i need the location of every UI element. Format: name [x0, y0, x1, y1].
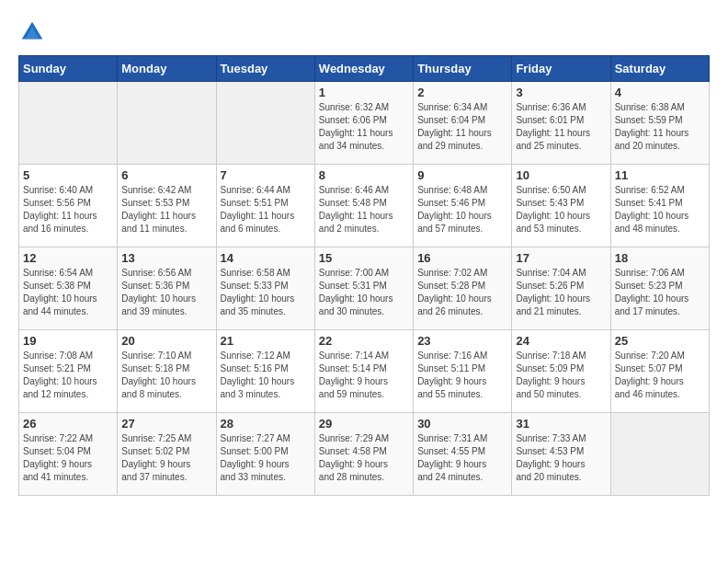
- day-cell: 24Sunrise: 7:18 AM Sunset: 5:09 PM Dayli…: [512, 330, 610, 413]
- day-info: Sunrise: 6:38 AM Sunset: 5:59 PM Dayligh…: [615, 101, 705, 153]
- day-cell: 10Sunrise: 6:50 AM Sunset: 5:43 PM Dayli…: [512, 165, 610, 247]
- day-number: 8: [319, 168, 409, 182]
- day-info: Sunrise: 7:27 AM Sunset: 5:00 PM Dayligh…: [221, 432, 311, 484]
- day-cell: 8Sunrise: 6:46 AM Sunset: 5:48 PM Daylig…: [314, 165, 413, 247]
- day-header-thursday: Thursday: [414, 56, 512, 82]
- day-number: 30: [417, 417, 507, 431]
- day-number: 18: [615, 251, 705, 265]
- day-info: Sunrise: 7:14 AM Sunset: 5:14 PM Dayligh…: [319, 350, 409, 401]
- day-cell: 28Sunrise: 7:27 AM Sunset: 5:00 PM Dayli…: [216, 413, 314, 496]
- day-cell: 30Sunrise: 7:31 AM Sunset: 4:55 PM Dayli…: [414, 413, 512, 496]
- day-number: 13: [121, 251, 211, 265]
- day-cell: 2Sunrise: 6:34 AM Sunset: 6:04 PM Daylig…: [414, 82, 512, 165]
- day-header-friday: Friday: [512, 56, 610, 82]
- day-info: Sunrise: 7:29 AM Sunset: 4:58 PM Dayligh…: [319, 432, 409, 484]
- day-info: Sunrise: 6:50 AM Sunset: 5:43 PM Dayligh…: [516, 184, 606, 236]
- day-number: 17: [516, 251, 606, 265]
- day-cell: 19Sunrise: 7:08 AM Sunset: 5:21 PM Dayli…: [19, 330, 118, 413]
- week-row-1: 1Sunrise: 6:32 AM Sunset: 6:06 PM Daylig…: [19, 82, 710, 165]
- day-header-wednesday: Wednesday: [314, 56, 413, 82]
- day-info: Sunrise: 7:06 AM Sunset: 5:23 PM Dayligh…: [615, 267, 705, 318]
- day-number: 10: [516, 168, 606, 182]
- day-info: Sunrise: 7:33 AM Sunset: 4:53 PM Dayligh…: [516, 432, 606, 484]
- day-number: 1: [319, 86, 409, 99]
- day-number: 19: [23, 334, 113, 348]
- day-number: 2: [417, 86, 507, 99]
- day-number: 14: [221, 251, 311, 265]
- day-cell: 29Sunrise: 7:29 AM Sunset: 4:58 PM Dayli…: [314, 413, 413, 496]
- day-cell: 16Sunrise: 7:02 AM Sunset: 5:28 PM Dayli…: [414, 247, 512, 330]
- week-row-3: 12Sunrise: 6:54 AM Sunset: 5:38 PM Dayli…: [19, 247, 710, 330]
- day-number: 23: [417, 334, 507, 348]
- week-row-5: 26Sunrise: 7:22 AM Sunset: 5:04 PM Dayli…: [19, 413, 710, 496]
- days-header-row: SundayMondayTuesdayWednesdayThursdayFrid…: [19, 56, 710, 82]
- day-info: Sunrise: 6:48 AM Sunset: 5:46 PM Dayligh…: [417, 184, 507, 236]
- day-number: 21: [221, 334, 311, 348]
- day-info: Sunrise: 7:04 AM Sunset: 5:26 PM Dayligh…: [516, 267, 606, 318]
- day-info: Sunrise: 6:40 AM Sunset: 5:56 PM Dayligh…: [23, 184, 113, 236]
- day-info: Sunrise: 7:18 AM Sunset: 5:09 PM Dayligh…: [516, 350, 606, 401]
- day-info: Sunrise: 6:52 AM Sunset: 5:41 PM Dayligh…: [615, 184, 705, 236]
- day-cell: [610, 413, 709, 496]
- day-number: 24: [516, 334, 606, 348]
- logo-icon: [18, 18, 46, 46]
- day-info: Sunrise: 6:58 AM Sunset: 5:33 PM Dayligh…: [221, 267, 311, 318]
- day-number: 7: [221, 168, 311, 182]
- week-row-2: 5Sunrise: 6:40 AM Sunset: 5:56 PM Daylig…: [19, 165, 710, 247]
- calendar-table: SundayMondayTuesdayWednesdayThursdayFrid…: [18, 55, 710, 496]
- day-cell: 18Sunrise: 7:06 AM Sunset: 5:23 PM Dayli…: [610, 247, 709, 330]
- day-info: Sunrise: 7:02 AM Sunset: 5:28 PM Dayligh…: [417, 267, 507, 318]
- day-info: Sunrise: 7:08 AM Sunset: 5:21 PM Dayligh…: [23, 350, 113, 401]
- day-info: Sunrise: 6:54 AM Sunset: 5:38 PM Dayligh…: [23, 267, 113, 318]
- day-cell: 14Sunrise: 6:58 AM Sunset: 5:33 PM Dayli…: [216, 247, 314, 330]
- day-cell: [216, 82, 314, 165]
- day-cell: 6Sunrise: 6:42 AM Sunset: 5:53 PM Daylig…: [118, 165, 216, 247]
- day-info: Sunrise: 7:00 AM Sunset: 5:31 PM Dayligh…: [319, 267, 409, 318]
- day-info: Sunrise: 6:56 AM Sunset: 5:36 PM Dayligh…: [121, 267, 211, 318]
- day-info: Sunrise: 7:31 AM Sunset: 4:55 PM Dayligh…: [417, 432, 507, 484]
- day-number: 28: [221, 417, 311, 431]
- day-cell: 1Sunrise: 6:32 AM Sunset: 6:06 PM Daylig…: [314, 82, 413, 165]
- day-cell: 23Sunrise: 7:16 AM Sunset: 5:11 PM Dayli…: [414, 330, 512, 413]
- day-number: 27: [121, 417, 211, 431]
- day-cell: 4Sunrise: 6:38 AM Sunset: 5:59 PM Daylig…: [610, 82, 709, 165]
- day-info: Sunrise: 6:44 AM Sunset: 5:51 PM Dayligh…: [221, 184, 311, 236]
- day-info: Sunrise: 6:42 AM Sunset: 5:53 PM Dayligh…: [121, 184, 211, 236]
- day-cell: 31Sunrise: 7:33 AM Sunset: 4:53 PM Dayli…: [512, 413, 610, 496]
- day-cell: 5Sunrise: 6:40 AM Sunset: 5:56 PM Daylig…: [19, 165, 118, 247]
- day-cell: 27Sunrise: 7:25 AM Sunset: 5:02 PM Dayli…: [118, 413, 216, 496]
- day-number: 22: [319, 334, 409, 348]
- week-row-4: 19Sunrise: 7:08 AM Sunset: 5:21 PM Dayli…: [19, 330, 710, 413]
- day-number: 9: [417, 168, 507, 182]
- day-number: 12: [23, 251, 113, 265]
- day-number: 6: [121, 168, 211, 182]
- day-cell: 9Sunrise: 6:48 AM Sunset: 5:46 PM Daylig…: [414, 165, 512, 247]
- day-cell: 20Sunrise: 7:10 AM Sunset: 5:18 PM Dayli…: [118, 330, 216, 413]
- day-number: 16: [417, 251, 507, 265]
- day-number: 15: [319, 251, 409, 265]
- day-info: Sunrise: 6:34 AM Sunset: 6:04 PM Dayligh…: [417, 101, 507, 153]
- day-info: Sunrise: 7:22 AM Sunset: 5:04 PM Dayligh…: [23, 432, 113, 484]
- day-info: Sunrise: 7:16 AM Sunset: 5:11 PM Dayligh…: [417, 350, 507, 401]
- day-number: 5: [23, 168, 113, 182]
- day-cell: 7Sunrise: 6:44 AM Sunset: 5:51 PM Daylig…: [216, 165, 314, 247]
- day-number: 4: [615, 86, 705, 99]
- day-header-saturday: Saturday: [610, 56, 709, 82]
- day-info: Sunrise: 6:32 AM Sunset: 6:06 PM Dayligh…: [319, 101, 409, 153]
- day-cell: 12Sunrise: 6:54 AM Sunset: 5:38 PM Dayli…: [19, 247, 118, 330]
- day-cell: 26Sunrise: 7:22 AM Sunset: 5:04 PM Dayli…: [19, 413, 118, 496]
- day-cell: [118, 82, 216, 165]
- day-info: Sunrise: 6:46 AM Sunset: 5:48 PM Dayligh…: [319, 184, 409, 236]
- day-number: 29: [319, 417, 409, 431]
- day-info: Sunrise: 7:12 AM Sunset: 5:16 PM Dayligh…: [221, 350, 311, 401]
- day-cell: 25Sunrise: 7:20 AM Sunset: 5:07 PM Dayli…: [610, 330, 709, 413]
- day-cell: 21Sunrise: 7:12 AM Sunset: 5:16 PM Dayli…: [216, 330, 314, 413]
- day-number: 31: [516, 417, 606, 431]
- day-info: Sunrise: 7:20 AM Sunset: 5:07 PM Dayligh…: [615, 350, 705, 401]
- day-cell: 13Sunrise: 6:56 AM Sunset: 5:36 PM Dayli…: [118, 247, 216, 330]
- day-number: 11: [615, 168, 705, 182]
- day-cell: 17Sunrise: 7:04 AM Sunset: 5:26 PM Dayli…: [512, 247, 610, 330]
- day-info: Sunrise: 6:36 AM Sunset: 6:01 PM Dayligh…: [516, 101, 606, 153]
- day-number: 20: [121, 334, 211, 348]
- page-header: [18, 18, 710, 46]
